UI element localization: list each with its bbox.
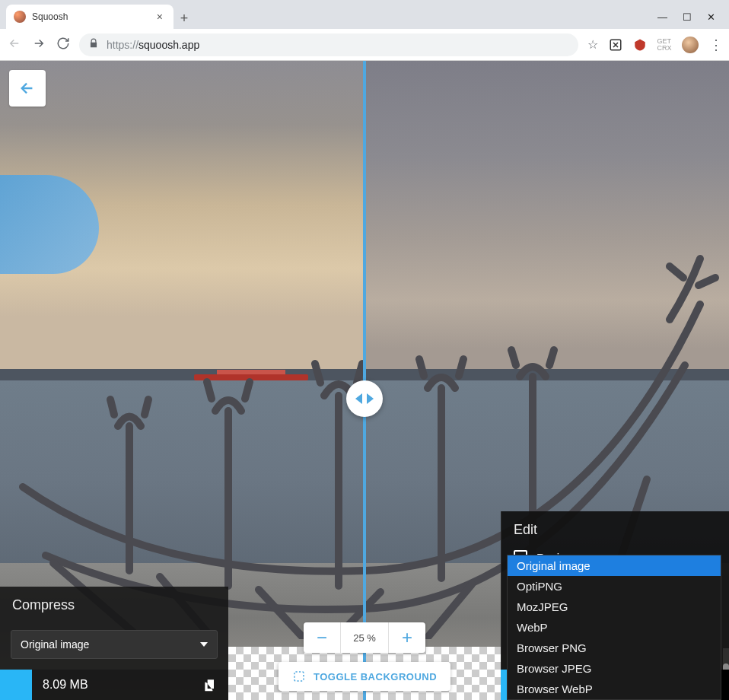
left-bottom-bar: 8.09 MB bbox=[0, 670, 228, 700]
zoom-out-button[interactable]: − bbox=[304, 622, 340, 653]
minimize-button[interactable]: — bbox=[657, 11, 667, 23]
scrollbar[interactable] bbox=[723, 648, 729, 670]
star-icon[interactable]: ☆ bbox=[587, 37, 598, 52]
edit-section-title: Edit bbox=[501, 511, 729, 544]
copy-left-button[interactable] bbox=[196, 671, 224, 698]
nav-forward-icon[interactable] bbox=[32, 37, 46, 53]
back-button[interactable] bbox=[9, 70, 46, 107]
zoom-in-button[interactable]: + bbox=[389, 622, 425, 653]
codec-option[interactable]: WebP bbox=[508, 617, 721, 638]
favicon-icon bbox=[14, 11, 26, 23]
browser-toolbar: https://squoosh.app ☆ GETCRX ⋮ bbox=[0, 29, 729, 61]
compare-handle[interactable] bbox=[346, 380, 383, 417]
nav-back-icon[interactable] bbox=[8, 37, 21, 53]
download-left-button[interactable] bbox=[0, 670, 32, 700]
browser-tab[interactable]: Squoosh × bbox=[6, 5, 173, 29]
zoom-value[interactable]: 25 % bbox=[340, 622, 389, 653]
profile-avatar[interactable] bbox=[682, 37, 699, 53]
new-tab-button[interactable]: + bbox=[173, 8, 195, 29]
codec-option[interactable]: Browser WebP bbox=[508, 679, 721, 699]
codec-option[interactable]: Browser PNG bbox=[508, 638, 721, 658]
window-controls: — ☐ ✕ bbox=[657, 11, 729, 29]
codec-option[interactable]: OptiPNG bbox=[508, 576, 721, 597]
codec-dropdown: Original imageOptiPNGMozJPEGWebPBrowser … bbox=[507, 555, 721, 700]
codec-option[interactable]: MozJPEG bbox=[508, 597, 721, 617]
reload-icon[interactable] bbox=[56, 37, 70, 53]
left-codec-value: Original image bbox=[21, 638, 89, 651]
extension-icon-3[interactable]: GETCRX bbox=[657, 38, 671, 52]
zoom-controls: − 25 % + bbox=[304, 622, 425, 653]
lock-icon bbox=[88, 38, 99, 51]
chevron-down-icon bbox=[200, 642, 208, 647]
close-window-button[interactable]: ✕ bbox=[707, 11, 715, 23]
codec-option[interactable]: Original image bbox=[508, 555, 721, 576]
left-compress-panel: Compress Original image bbox=[0, 587, 228, 670]
url-text: https://squoosh.app bbox=[107, 39, 199, 51]
codec-option[interactable]: Browser JPEG bbox=[508, 658, 721, 679]
extension-icon-1[interactable] bbox=[609, 38, 622, 52]
browser-menu-icon[interactable]: ⋮ bbox=[709, 37, 721, 53]
close-tab-icon[interactable]: × bbox=[154, 11, 166, 23]
browser-titlebar: Squoosh × + — ☐ ✕ bbox=[0, 0, 729, 29]
toggle-background-label: TOGGLE BACKGROUND bbox=[314, 671, 437, 682]
tab-title: Squoosh bbox=[32, 11, 148, 22]
file-size-left: 8.09 MB bbox=[32, 678, 196, 692]
left-panel-title: Compress bbox=[0, 587, 228, 624]
app-viewport: Compress Original image 8.09 MB − 25 % +… bbox=[0, 61, 729, 700]
toggle-background-button[interactable]: TOGGLE BACKGROUND bbox=[279, 662, 450, 691]
svg-rect-1 bbox=[294, 672, 304, 681]
address-bar[interactable]: https://squoosh.app bbox=[79, 33, 578, 56]
left-codec-select[interactable]: Original image bbox=[11, 630, 218, 659]
extension-icon-2[interactable] bbox=[633, 38, 647, 52]
maximize-button[interactable]: ☐ bbox=[683, 11, 692, 23]
